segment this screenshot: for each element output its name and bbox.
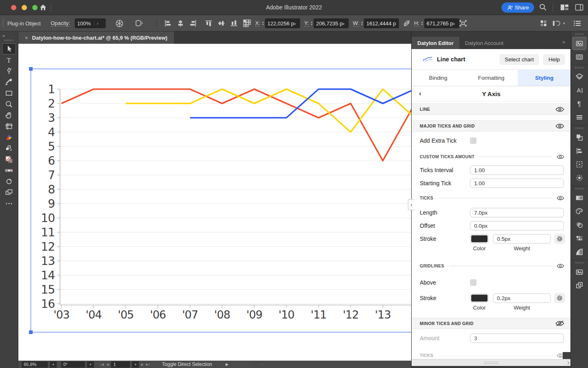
y-stepper[interactable]: ▴▾: [311, 21, 313, 26]
length-input[interactable]: [470, 208, 564, 218]
gridline-color-swatch[interactable]: [470, 294, 489, 303]
tab-formatting[interactable]: Formatting: [465, 70, 518, 86]
status-action-label[interactable]: Toggle Direct Selection: [162, 361, 212, 367]
collapse-status-icon[interactable]: ‹: [261, 361, 263, 367]
options-bar-grip[interactable]: [2, 19, 4, 27]
tab-datylon-editor[interactable]: Datylon Editor: [412, 37, 459, 49]
gridline-settings-button[interactable]: [554, 293, 565, 303]
swatches-panel-icon[interactable]: [572, 218, 586, 231]
expand-tools-icon[interactable]: »: [0, 31, 18, 38]
gridline-weight-input[interactable]: [493, 294, 551, 303]
rotation-dropdown[interactable]: ▾: [87, 361, 94, 368]
select-chart-button[interactable]: Select chart: [499, 54, 539, 65]
distribute-grid-icon[interactable]: [243, 15, 251, 31]
share-button[interactable]: Share: [501, 2, 534, 13]
paragraph-styles-panel-icon[interactable]: [572, 111, 586, 124]
character-panel-icon[interactable]: A: [572, 84, 586, 97]
w-stepper[interactable]: ▴▾: [361, 21, 363, 26]
x-stepper[interactable]: ▴▾: [262, 21, 264, 26]
color-panel-icon[interactable]: [572, 205, 586, 218]
transform-icon[interactable]: [458, 15, 468, 31]
offset-input[interactable]: [470, 221, 564, 231]
first-artboard-icon[interactable]: |◀: [100, 363, 104, 366]
line-section-bar[interactable]: LINE: [412, 103, 571, 115]
gradient-annotator-panel-icon[interactable]: [572, 245, 586, 258]
selection-handle-bottom-left[interactable]: [29, 330, 33, 334]
artboard-number-value[interactable]: 1: [111, 361, 130, 368]
type-tool[interactable]: T: [2, 54, 16, 65]
shaper-tool[interactable]: [2, 176, 16, 187]
x-value[interactable]: 122,0256 p›: [265, 18, 300, 28]
apps-grid-icon[interactable]: [540, 15, 547, 31]
above-toggle[interactable]: [470, 279, 477, 286]
last-artboard-icon[interactable]: ▶|: [146, 363, 150, 366]
selection-tool[interactable]: [2, 43, 16, 54]
dock-grip[interactable]: [575, 188, 584, 189]
document-setup-list-icon[interactable]: [573, 15, 581, 31]
layers-panel-icon[interactable]: [572, 70, 586, 83]
arrange-documents-icon[interactable]: [560, 4, 569, 11]
h-value[interactable]: 671,2765 p›: [424, 18, 459, 28]
panel-resize-corner[interactable]: [566, 361, 570, 365]
chevron-right-icon[interactable]: ›: [94, 21, 98, 26]
align-center-horizontal-icon[interactable]: [177, 15, 184, 31]
pen-tool[interactable]: [2, 65, 16, 76]
panel-resize-grip[interactable]: [484, 362, 498, 364]
w-label[interactable]: W:: [353, 20, 359, 27]
align-panel-icon[interactable]: [572, 144, 586, 157]
starting-tick-input[interactable]: [470, 179, 564, 188]
line-chart-artwork[interactable]: 12345678910111213141516'03'04'05'06'07'0…: [18, 44, 411, 361]
opacity-value[interactable]: 100%: [77, 20, 91, 27]
opacity-field[interactable]: 100%›: [75, 15, 106, 31]
w-value[interactable]: 1612,4444 p: [364, 18, 399, 28]
align-bottom-icon[interactable]: [230, 15, 238, 31]
eyedropper-tool[interactable]: [2, 76, 16, 88]
major-ticks-section-bar[interactable]: MAJOR TICKS AND GRID: [412, 120, 571, 132]
amount-input[interactable]: [470, 334, 564, 343]
stroke-color-swatch[interactable]: [470, 234, 489, 244]
search-icon[interactable]: [539, 3, 547, 11]
document-tab[interactable]: × Datylon-how-to-line-chart.ai* @ 65,9 %…: [18, 31, 174, 44]
align-center-vertical-icon[interactable]: [218, 15, 225, 31]
visibility-eye-icon[interactable]: [555, 106, 564, 112]
isolate-object-icon[interactable]: [134, 15, 144, 31]
red-line[interactable]: [62, 89, 412, 161]
close-document-icon[interactable]: ×: [25, 35, 28, 41]
stroke-weight-input[interactable]: [493, 234, 551, 244]
zoom-level-value[interactable]: 65,9%: [22, 361, 48, 368]
rectangle-tool[interactable]: [2, 88, 16, 99]
y-value[interactable]: 206,7235 p›: [314, 18, 349, 28]
rotation-value[interactable]: 0°: [61, 361, 85, 368]
workspace-switcher-icon[interactable]: [575, 4, 584, 11]
dock-grip[interactable]: [575, 262, 584, 263]
artboard-canvas[interactable]: 12345678910111213141516'03'04'05'06'07'0…: [18, 44, 411, 361]
h-stepper[interactable]: ▴▾: [421, 21, 423, 26]
visibility-eye-icon[interactable]: [557, 195, 564, 201]
chevron-down-icon[interactable]: ▾: [563, 21, 565, 25]
draw-mode-control[interactable]: [2, 187, 16, 198]
align-right-icon[interactable]: [189, 15, 197, 31]
visibility-eye-icon[interactable]: [557, 154, 564, 159]
selection-handle-top-left[interactable]: [29, 67, 33, 71]
add-extra-tick-toggle[interactable]: [470, 137, 477, 144]
constrain-proportions-icon[interactable]: [403, 15, 411, 31]
previous-artboard-icon[interactable]: ◀: [106, 363, 109, 366]
recolor-artwork-icon[interactable]: [115, 15, 124, 31]
gradient-panel-icon[interactable]: [572, 191, 586, 204]
visibility-eye-off-icon[interactable]: [555, 320, 564, 327]
back-chevron-icon[interactable]: ‹: [419, 90, 421, 98]
dock-grip[interactable]: [575, 67, 584, 68]
stroke-settings-button[interactable]: [554, 234, 565, 244]
help-button[interactable]: Help: [543, 54, 565, 65]
minor-ticks-section-bar[interactable]: MINOR TICKS AND GRID: [412, 318, 571, 329]
datylon-tool[interactable]: [2, 132, 16, 143]
next-artboard-icon[interactable]: ▶: [141, 363, 144, 366]
ticks-interval-input[interactable]: [470, 166, 564, 175]
dock-grip[interactable]: [575, 34, 584, 35]
swap-fill-stroke[interactable]: [2, 143, 16, 154]
artboards-panel-icon[interactable]: [572, 279, 586, 292]
tab-binding[interactable]: Binding: [412, 70, 465, 86]
pathfinder-panel-icon[interactable]: [572, 131, 586, 144]
appearance-panel-icon[interactable]: [572, 171, 586, 184]
zoom-level-dropdown[interactable]: ▾: [50, 361, 57, 368]
